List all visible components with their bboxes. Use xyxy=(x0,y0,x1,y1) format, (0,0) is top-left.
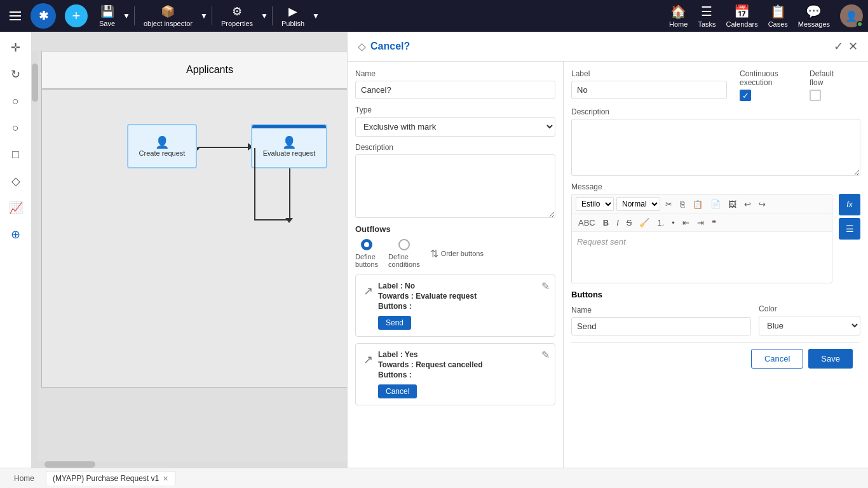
properties-nav-action[interactable]: ⚙ Properties xyxy=(216,2,258,30)
app-tab[interactable]: (MYAPP) Purchase Request v1 ✕ xyxy=(46,471,175,485)
right-description-textarea[interactable] xyxy=(571,119,860,176)
style-select[interactable]: Estilo xyxy=(576,197,614,211)
size-select[interactable]: Normal xyxy=(616,197,660,211)
top-navbar: ✱ + 💾 Save ▼ 📦 object inspector ▼ ⚙ Prop… xyxy=(0,0,868,32)
publish-dropdown-icon[interactable]: ▼ xyxy=(312,11,320,20)
continuous-checkbox[interactable]: ✓ xyxy=(740,90,751,101)
message-editor[interactable]: Request sent xyxy=(572,232,832,283)
outflow-2-edit-button[interactable]: ✎ xyxy=(541,349,550,361)
scroll-thumb xyxy=(44,461,95,468)
object-inspector-dropdown-icon[interactable]: ▼ xyxy=(200,11,208,20)
horizontal-scrollbar[interactable] xyxy=(32,461,347,468)
button-color-select[interactable]: Blue Red Green Orange xyxy=(759,316,860,336)
buttons-prefix-1: Buttons : xyxy=(378,302,412,311)
publish-nav-action[interactable]: ▶ Publish xyxy=(276,2,309,30)
node-create-request[interactable]: 👤 Create request xyxy=(127,124,197,168)
button-color-label: Color xyxy=(759,304,860,313)
buttons-prefix-2: Buttons : xyxy=(378,370,412,379)
tool-circle-2[interactable]: ○ xyxy=(5,117,27,139)
tool-diamond[interactable]: ◇ xyxy=(5,170,27,192)
function-button[interactable]: fx xyxy=(839,194,860,215)
define-conditions-label: Defineconditions xyxy=(388,253,420,268)
copy-button[interactable]: ⎘ xyxy=(677,198,688,210)
cut-button[interactable]: ✂ xyxy=(663,198,675,210)
object-inspector-nav-action[interactable]: 📦 object inspector xyxy=(139,2,198,30)
italic-button[interactable]: I xyxy=(614,217,621,229)
radio-inner xyxy=(364,242,369,247)
panel-right-form: Label Continuousexecution ✓ Defaultflow xyxy=(564,62,868,468)
button-name-input[interactable] xyxy=(571,317,751,336)
right-func-buttons: fx ☰ xyxy=(839,194,860,283)
panel-close-button[interactable]: ✕ xyxy=(848,39,858,53)
node-create-label: Create request xyxy=(139,149,186,157)
save-icon: 💾 xyxy=(100,4,114,18)
indent-button[interactable]: ⇥ xyxy=(695,217,707,229)
nav-cases-label: Cases xyxy=(768,20,788,28)
tool-plus-circle[interactable]: ⊕ xyxy=(5,224,27,245)
save-button[interactable]: Save xyxy=(808,349,853,369)
type-select[interactable]: Exclusive with mark Inclusive Parallel xyxy=(355,117,555,137)
divider-3 xyxy=(272,6,273,25)
spell-button[interactable]: ABC xyxy=(576,217,598,229)
label-input[interactable] xyxy=(571,81,727,99)
home-icon: 🏠 xyxy=(670,4,686,19)
save-dropdown-icon[interactable]: ▼ xyxy=(123,11,130,20)
panel-left-form: Name Type Exclusive with mark Inclusive … xyxy=(348,62,564,468)
quote-button[interactable]: ❝ xyxy=(709,217,719,229)
vertical-scrollbar[interactable] xyxy=(32,51,38,461)
default-form-group: Defaultflow xyxy=(810,69,860,101)
eraser-button[interactable]: 🧹 xyxy=(637,217,652,229)
nav-home[interactable]: 🏠 Home xyxy=(669,4,688,28)
strikethrough-button[interactable]: S xyxy=(624,217,635,229)
ol-button[interactable]: 1. xyxy=(654,217,667,229)
hamburger-menu[interactable] xyxy=(5,6,25,26)
home-tab[interactable]: Home xyxy=(8,471,41,485)
description-textarea[interactable] xyxy=(355,154,555,218)
nav-tasks[interactable]: ☰ Tasks xyxy=(698,4,715,28)
node-evaluate-label: Evaluate request xyxy=(263,149,316,157)
bottom-bar: Home (MYAPP) Purchase Request v1 ✕ xyxy=(0,468,868,488)
insert-image-button[interactable]: 🖼 xyxy=(726,198,739,210)
tool-circle[interactable]: ○ xyxy=(5,90,27,112)
nav-cases[interactable]: 📋 Cases xyxy=(768,4,788,28)
paste-plain-button[interactable]: 📋 xyxy=(690,198,705,210)
default-checkbox[interactable] xyxy=(810,90,821,101)
canvas-area[interactable]: Applicants General 👤 Create request 👤 Ev… xyxy=(32,32,347,468)
object-inspector-icon: 📦 xyxy=(161,4,175,18)
ul-button[interactable]: • xyxy=(669,217,677,229)
outdent-button[interactable]: ⇤ xyxy=(680,217,692,229)
redo-button[interactable]: ↪ xyxy=(756,198,768,210)
cancel-button[interactable]: Cancel xyxy=(751,349,803,369)
properties-dropdown-icon[interactable]: ▼ xyxy=(261,11,268,20)
undo-button[interactable]: ↩ xyxy=(742,198,754,210)
outflows-label: Outflows xyxy=(355,224,555,234)
paste-button[interactable]: 📄 xyxy=(708,198,723,210)
plus-button[interactable]: + xyxy=(65,4,88,27)
cancel-outflow-button[interactable]: Cancel xyxy=(378,384,417,398)
name-input[interactable] xyxy=(355,81,555,99)
nav-calendars[interactable]: 📅 Calendars xyxy=(726,4,758,28)
save-nav-action[interactable]: 💾 Save xyxy=(94,2,120,30)
bold-button[interactable]: B xyxy=(600,217,611,229)
panel-confirm-button[interactable]: ✓ xyxy=(834,39,843,53)
define-buttons-option[interactable]: Definebuttons xyxy=(355,239,378,268)
define-buttons-radio xyxy=(361,239,372,250)
define-conditions-option[interactable]: Defineconditions xyxy=(388,239,420,268)
tab-close-button[interactable]: ✕ xyxy=(163,475,168,483)
divider-2 xyxy=(212,6,212,25)
calendars-icon: 📅 xyxy=(734,4,750,19)
send-button[interactable]: Send xyxy=(378,316,411,330)
nav-messages[interactable]: 💬 Messages xyxy=(798,4,830,28)
user-avatar[interactable]: 👤 xyxy=(840,4,863,27)
outflow-2-buttons-line: Buttons : xyxy=(378,370,547,379)
outflow-1-edit-button[interactable]: ✎ xyxy=(541,280,550,292)
tool-rectangle[interactable]: □ xyxy=(5,144,27,165)
node-evaluate-request[interactable]: 👤 Evaluate request xyxy=(251,124,327,168)
tool-rotate[interactable]: ↻ xyxy=(5,64,27,85)
outflow-card-1: ↗ Label : No Towards : Evaluate request … xyxy=(355,274,555,337)
template-button[interactable]: ☰ xyxy=(839,218,860,240)
panel-title-text: Cancel? xyxy=(370,41,410,52)
tool-move[interactable]: ✛ xyxy=(5,37,27,58)
order-buttons-option[interactable]: ⇅ Order buttons xyxy=(430,248,484,260)
tool-chart[interactable]: 📈 xyxy=(5,197,27,219)
